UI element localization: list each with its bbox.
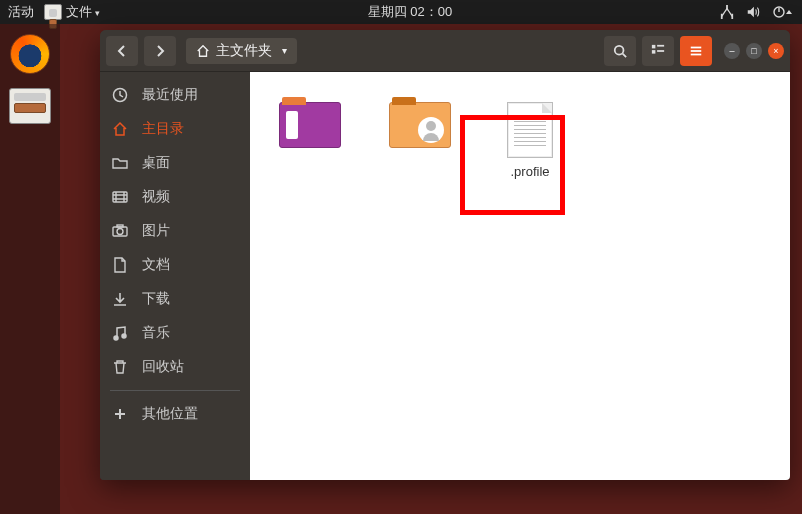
app-menu[interactable]: 文件 bbox=[44, 3, 100, 21]
path-label: 主文件夹 bbox=[216, 42, 272, 60]
clock-icon bbox=[112, 87, 130, 103]
svg-rect-11 bbox=[691, 53, 702, 55]
sidebar-separator bbox=[110, 390, 240, 391]
folder-purple-icon bbox=[279, 102, 341, 148]
svg-rect-10 bbox=[691, 50, 702, 52]
video-icon bbox=[112, 189, 130, 205]
sidebar-label: 主目录 bbox=[142, 120, 184, 138]
sidebar-item-documents[interactable]: 文档 bbox=[100, 248, 250, 282]
nav-forward-button[interactable] bbox=[144, 36, 176, 66]
app-menu-label: 文件 bbox=[66, 3, 100, 21]
home-icon bbox=[196, 44, 210, 58]
avatar-icon bbox=[418, 117, 444, 143]
folder-icon bbox=[112, 155, 130, 171]
sidebar-item-recent[interactable]: 最近使用 bbox=[100, 78, 250, 112]
svg-rect-9 bbox=[691, 46, 702, 48]
sidebar-item-videos[interactable]: 视频 bbox=[100, 180, 250, 214]
minimize-button[interactable]: – bbox=[724, 43, 740, 59]
launcher-dock bbox=[0, 24, 60, 514]
svg-point-4 bbox=[615, 45, 624, 54]
sidebar-label: 文档 bbox=[142, 256, 170, 274]
power-menu-icon[interactable] bbox=[772, 5, 794, 19]
sidebar-label: 下载 bbox=[142, 290, 170, 308]
file-view[interactable]: .profile bbox=[250, 72, 790, 480]
plus-icon bbox=[112, 406, 130, 422]
svg-rect-5 bbox=[652, 44, 656, 48]
maximize-button[interactable]: □ bbox=[746, 43, 762, 59]
files-window: 主文件夹 ▾ – □ × 最近使用 bbox=[100, 30, 790, 480]
window-titlebar: 主文件夹 ▾ – □ × bbox=[100, 30, 790, 72]
sidebar-label: 最近使用 bbox=[142, 86, 198, 104]
sidebar-item-other[interactable]: 其他位置 bbox=[100, 397, 250, 431]
svg-rect-6 bbox=[652, 50, 656, 54]
svg-rect-7 bbox=[657, 44, 664, 46]
sidebar-label: 音乐 bbox=[142, 324, 170, 342]
music-icon bbox=[112, 325, 130, 341]
chevron-down-icon: ▾ bbox=[282, 45, 287, 56]
gnome-topbar: 活动 文件 星期四 02：00 bbox=[0, 0, 802, 24]
sidebar-item-home[interactable]: 主目录 bbox=[100, 112, 250, 146]
sidebar-label: 桌面 bbox=[142, 154, 170, 172]
sidebar-item-downloads[interactable]: 下载 bbox=[100, 282, 250, 316]
camera-icon bbox=[112, 223, 130, 239]
sidebar-label: 图片 bbox=[142, 222, 170, 240]
files-icon bbox=[9, 88, 51, 124]
places-sidebar: 最近使用 主目录 桌面 视频 bbox=[100, 72, 250, 480]
activities-label[interactable]: 活动 bbox=[8, 3, 34, 21]
path-segment-home[interactable]: 主文件夹 ▾ bbox=[186, 38, 297, 64]
text-file-icon bbox=[507, 102, 553, 158]
launcher-firefox[interactable] bbox=[8, 32, 52, 76]
launcher-files[interactable] bbox=[8, 84, 52, 128]
document-icon bbox=[112, 257, 130, 273]
sidebar-item-desktop[interactable]: 桌面 bbox=[100, 146, 250, 180]
window-body: 最近使用 主目录 桌面 视频 bbox=[100, 72, 790, 480]
file-label: .profile bbox=[510, 164, 549, 179]
files-app-icon bbox=[44, 4, 62, 20]
network-icon[interactable] bbox=[720, 5, 734, 19]
hamburger-menu-button[interactable] bbox=[680, 36, 712, 66]
svg-rect-16 bbox=[117, 225, 123, 227]
home-icon bbox=[112, 121, 130, 137]
svg-point-15 bbox=[117, 229, 123, 235]
svg-point-17 bbox=[114, 336, 118, 340]
folder-orange-icon bbox=[389, 102, 451, 148]
folder-item-0[interactable] bbox=[270, 102, 350, 154]
path-bar[interactable]: 主文件夹 ▾ bbox=[186, 38, 598, 64]
file-item-profile[interactable]: .profile bbox=[490, 102, 570, 179]
volume-icon[interactable] bbox=[746, 5, 760, 19]
close-button[interactable]: × bbox=[768, 43, 784, 59]
svg-rect-8 bbox=[657, 50, 664, 52]
window-controls: – □ × bbox=[724, 43, 784, 59]
sidebar-label: 回收站 bbox=[142, 358, 184, 376]
firefox-icon bbox=[10, 34, 50, 74]
sidebar-item-pictures[interactable]: 图片 bbox=[100, 214, 250, 248]
sidebar-item-music[interactable]: 音乐 bbox=[100, 316, 250, 350]
svg-rect-13 bbox=[113, 192, 127, 202]
sidebar-item-trash[interactable]: 回收站 bbox=[100, 350, 250, 384]
sidebar-label: 视频 bbox=[142, 188, 170, 206]
sidebar-label: 其他位置 bbox=[142, 405, 198, 423]
nav-back-button[interactable] bbox=[106, 36, 138, 66]
trash-icon bbox=[112, 359, 130, 375]
folder-item-1[interactable] bbox=[380, 102, 460, 154]
search-button[interactable] bbox=[604, 36, 636, 66]
download-icon bbox=[112, 291, 130, 307]
svg-point-18 bbox=[122, 334, 126, 338]
clock-label[interactable]: 星期四 02：00 bbox=[100, 3, 720, 21]
view-grid-button[interactable] bbox=[642, 36, 674, 66]
